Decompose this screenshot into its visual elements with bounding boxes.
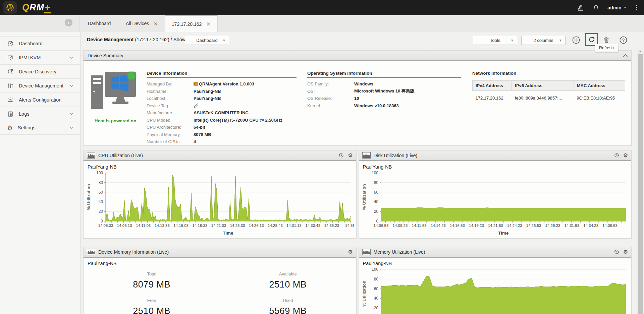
memory-utilization-chart: 020406080100% Utilization (359, 266, 632, 314)
info-row: OS Release:10 (307, 95, 471, 102)
svg-text:14:36:23: 14:36:23 (324, 224, 339, 228)
history-icon[interactable] (614, 152, 620, 158)
background-tasks-icon[interactable] (577, 4, 585, 12)
svg-text:14:38:: 14:38: (345, 224, 354, 228)
svg-text:% Utilization: % Utilization (362, 280, 367, 306)
svg-text:14:06:53: 14:06:53 (373, 224, 388, 228)
panel-title: Device Memory Information (Live) (98, 249, 169, 255)
sidebar-item-dashboard[interactable]: Dashboard (0, 36, 80, 50)
user-menu[interactable]: admin ▼ (607, 5, 627, 10)
svg-text:14:26:53: 14:26:53 (526, 224, 541, 228)
discovery-icon (7, 68, 14, 75)
panel-title: Memory Utilization (Live) (374, 249, 425, 255)
sidebar-item-device-discovery[interactable]: Device Discovery (0, 64, 80, 78)
help-button[interactable]: ? (618, 35, 628, 45)
svg-text:14:26:13: 14:26:13 (249, 224, 264, 228)
svg-text:14:18:33: 14:18:33 (192, 224, 207, 228)
chart-host-label: PaulYang-NB (359, 258, 632, 266)
svg-text:60: 60 (374, 287, 378, 291)
os-info-title: Operating System Information (307, 66, 461, 78)
svg-text:14:31:53: 14:31:53 (564, 224, 579, 228)
sidebar-item-alerts-configuration[interactable]: Alerts Configuration (0, 92, 80, 107)
info-row: Localhost:PaulYang-NB (147, 95, 307, 102)
chart-widget-icon (87, 152, 95, 159)
disk-utilization-panel: Disk Utilization (Live) ⚙ PaulYang-NB 02… (359, 150, 632, 239)
sidebar-item-settings[interactable]: ⚙ Settings (0, 121, 80, 135)
scroll-up-icon[interactable]: ▲ (637, 49, 643, 54)
sidebar-nav: Dashboard IPMI KVM Device Discovery Devi… (0, 32, 80, 314)
refresh-tooltip: Refresh (595, 44, 618, 52)
close-icon[interactable]: ✕ (154, 21, 158, 26)
add-widget-button[interactable] (571, 35, 581, 45)
sidebar-item-device-management[interactable]: Device Management (0, 78, 80, 92)
device-memory-info-panel: Device Memory Information (Live) ⚙ PaulY… (83, 247, 357, 314)
info-row: Manufacturer:ASUSTeK COMPUTER INC. (147, 109, 307, 117)
scrollbar-thumb[interactable] (638, 54, 643, 314)
svg-text:100: 100 (96, 171, 103, 175)
svg-text:14:09:23: 14:09:23 (392, 224, 408, 228)
gear-icon[interactable]: ⚙ (348, 153, 353, 158)
svg-text:80: 80 (99, 180, 103, 185)
svg-text:20: 20 (99, 209, 103, 214)
svg-text:80: 80 (374, 180, 378, 185)
tab-all-devices[interactable]: All Devices ✕ (119, 15, 165, 32)
show-select[interactable]: Dashboard▼ (185, 36, 229, 45)
network-info-title: Network Information (472, 66, 625, 77)
chart-widget-icon (87, 249, 95, 255)
tab-device-172-17-20-162[interactable]: 172.17.20.162 ✕ (165, 15, 218, 32)
notifications-bell-icon[interactable] (592, 4, 600, 12)
svg-text:14:33:43: 14:33:43 (305, 224, 320, 228)
svg-text:14:28:43: 14:28:43 (268, 224, 283, 228)
columns-select[interactable]: 2 columns▼ (521, 36, 566, 45)
chevron-down-icon: ▼ (511, 39, 514, 42)
info-row: Number of CPUs:4 (147, 138, 307, 145)
memory-total-label: Total (84, 271, 220, 276)
chart-host-label: PaulYang-NB (84, 161, 356, 170)
svg-text:60: 60 (99, 190, 103, 195)
gear-icon[interactable]: ⚙ (623, 249, 628, 255)
chevron-down-icon: ▼ (222, 39, 226, 42)
chevron-down-icon: ▼ (624, 6, 627, 9)
memory-used-label: Used (220, 298, 356, 303)
svg-text:14:23:33: 14:23:33 (230, 224, 245, 228)
svg-text:0: 0 (101, 219, 103, 224)
tab-dashboard[interactable]: Dashboard (79, 15, 119, 32)
svg-text:Time: Time (223, 231, 233, 236)
host-computer-icon (90, 71, 137, 114)
info-row: Device Tag: (147, 102, 307, 110)
sidebar-item-ipmi-kvm[interactable]: IPMI KVM (0, 50, 80, 64)
close-icon[interactable]: ✕ (206, 21, 211, 26)
svg-text:14:24:23: 14:24:23 (507, 224, 522, 228)
alarm-icon (7, 97, 14, 103)
history-icon[interactable] (614, 249, 620, 255)
chart-host-label: PaulYang-NB (359, 161, 632, 170)
device-info-title: Device Information (147, 66, 297, 78)
collapse-panel-icon[interactable] (623, 54, 628, 57)
svg-text:14:34:23: 14:34:23 (583, 224, 598, 228)
svg-text:14:21:53: 14:21:53 (488, 224, 503, 228)
memory-utilization-panel: Memory Utilization (Live) ⚙ PaulYang-NB … (359, 247, 632, 314)
disk-utilization-chart: 02040608010014:06:5314:09:2314:11:5314:1… (359, 170, 632, 237)
svg-text:14:14:23: 14:14:23 (431, 224, 446, 228)
svg-text:14:36:53: 14:36:53 (602, 224, 618, 228)
help-icon: ? (620, 36, 627, 44)
history-icon[interactable] (338, 152, 344, 158)
info-row: Managed By: QRMAgent Version 1.0.003 (147, 80, 307, 88)
edit-pencil-icon[interactable] (194, 103, 199, 108)
info-row: OS Family:Windows (307, 80, 471, 88)
svg-text:0: 0 (376, 219, 378, 224)
gear-icon[interactable]: ⚙ (348, 249, 353, 255)
chevron-down-icon (69, 56, 73, 59)
memory-available-label: Available (220, 271, 356, 276)
delete-button[interactable] (601, 35, 611, 45)
vertical-scrollbar[interactable]: ▲ (637, 49, 643, 314)
more-menu-icon[interactable] (634, 4, 640, 11)
sidebar-item-logs[interactable]: Logs (0, 107, 80, 121)
app-logo[interactable] (3, 1, 17, 14)
info-row: Hostname:PaulYang-NB (147, 88, 307, 95)
sidebar-collapse-button[interactable] (65, 19, 72, 26)
svg-text:20: 20 (374, 306, 378, 310)
tools-select[interactable]: Tools▼ (473, 36, 517, 45)
svg-text:% Utilization: % Utilization (86, 184, 91, 210)
gear-icon[interactable]: ⚙ (623, 153, 628, 158)
